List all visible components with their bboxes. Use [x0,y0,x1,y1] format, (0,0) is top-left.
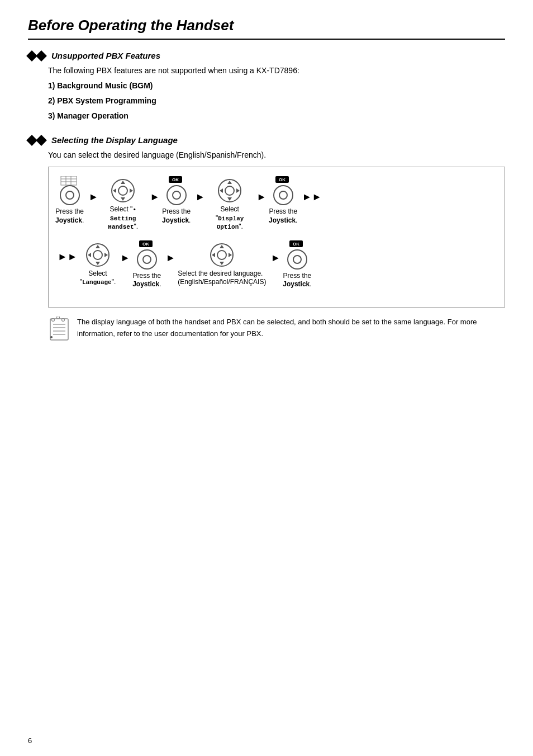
section-language: Selecting the Display Language You can s… [28,135,505,346]
step4-label: Select "DisplayOption". [207,205,252,231]
svg-text:OK: OK [142,242,149,247]
diagram-row1: Press theJoystick. ► [55,176,498,231]
step7-label: Press theJoystick. [132,272,161,289]
diagram-box: Press theJoystick. ► [48,167,505,308]
double-arrow2: ►► [58,251,78,278]
step7: OK Press theJoystick. [132,240,161,289]
nav-joystick-icon4 [208,240,235,267]
step6-label: Select"Language". [80,270,116,287]
svg-point-36 [143,256,151,263]
nav-joystick-icon1 [110,176,136,203]
section2-title: Selecting the Display Language [51,135,178,145]
section1-item2: 2) PBX System Programming [48,95,505,107]
step8: Select the desired language.(English/Esp… [178,240,266,287]
svg-point-18 [225,186,234,195]
ok-joystick-icon3: OK [134,240,160,270]
svg-point-55 [50,336,53,338]
arrow2: ► [150,191,160,216]
svg-point-16 [173,191,180,199]
svg-rect-0 [61,176,77,185]
section-diamonds [28,52,47,60]
ok-joystick-icon4: OK [284,240,311,270]
step1-label: Press theJoystick. [55,207,84,225]
step3: OK Press theJoystick. [162,176,191,225]
step3-label: Press theJoystick. [162,207,191,225]
svg-text:OK: OK [172,177,179,182]
step4: Select "DisplayOption". [207,176,252,231]
svg-text:OK: OK [293,242,299,247]
page-number: 6 [28,736,32,745]
note-icon [48,316,70,346]
arrow7: ► [270,252,280,277]
svg-point-38 [217,251,226,259]
nav-joystick-icon3 [84,240,111,267]
step6: Select"Language". [80,240,116,287]
notebook-icon [48,316,70,342]
phone-grid-icon [56,176,83,205]
page-title: Before Operating the Handset [28,17,505,40]
section1-intro: The following PBX features are not suppo… [48,65,505,77]
arrow1: ► [88,191,98,216]
section2-diamonds [28,136,47,144]
step1: Press theJoystick. [55,176,84,225]
diagram-row2: ►► Select"Language". ► [55,240,498,289]
note-text: The display language of both the handset… [77,316,505,340]
svg-text:OK: OK [279,177,285,182]
step8-label: Select the desired language.(English/Esp… [178,270,266,287]
step2: Select "• SettingHandset". [101,176,145,231]
arrow6: ► [166,252,176,277]
step9-label: Press theJoystick. [283,272,311,289]
svg-point-8 [118,186,127,195]
svg-point-6 [66,191,74,199]
section2-intro: You can select the desired language (Eng… [48,149,505,161]
step9: OK Press theJoystick. [283,240,311,289]
svg-point-46 [293,256,301,263]
ok-joystick-icon1: OK [163,176,190,205]
note-box: The display language of both the handset… [48,316,505,346]
section-unsupported: Unsupported PBX Features The following P… [28,51,505,122]
section1-item1: 1) Background Music (BGM) [48,80,505,92]
section1-title: Unsupported PBX Features [51,51,160,60]
double-arrow1: ►► [302,191,322,216]
arrow4: ► [256,191,266,216]
step5: OK Press theJoystick. [269,176,297,225]
svg-rect-47 [50,319,68,340]
svg-point-26 [279,191,287,199]
svg-point-28 [93,251,102,259]
ok-joystick-icon2: OK [270,176,297,205]
step5-label: Press theJoystick. [269,207,297,225]
arrow5: ► [120,252,130,277]
step2-label: Select "• SettingHandset". [101,205,145,231]
arrow3: ► [195,191,205,216]
section1-item3: 3) Manager Operation [48,110,505,122]
nav-joystick-icon2 [216,176,243,203]
